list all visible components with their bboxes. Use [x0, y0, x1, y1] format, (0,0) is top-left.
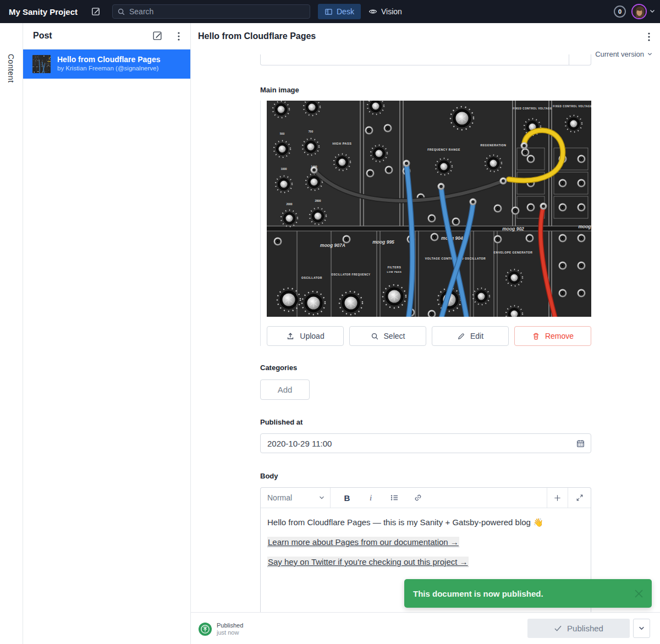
- publish-toast: This document is now published.: [404, 579, 652, 608]
- sanity-studio: HIGH PASS FREQUENCY RANGE REGENERATION F…: [0, 0, 660, 644]
- publish-status-icon: [199, 623, 212, 636]
- publish-status-title: Published: [217, 622, 243, 629]
- block-style-value: Normal: [267, 493, 292, 502]
- body-paragraph[interactable]: Hello from Cloudflare Pages — this is my…: [267, 516, 584, 528]
- image-actions: Upload Select Edit Remove: [267, 326, 591, 346]
- categories-label: Categories: [260, 364, 297, 372]
- bullet-list-button[interactable]: [389, 493, 399, 502]
- clipped-field-input[interactable]: [260, 54, 591, 65]
- format-buttons: B i: [331, 488, 423, 508]
- insert-block-button[interactable]: [547, 488, 568, 508]
- chevron-down-icon: [647, 52, 652, 56]
- published-at-input[interactable]: 2020-10-29 11:00: [260, 433, 591, 453]
- pane-menu-button[interactable]: [173, 30, 185, 42]
- upload-button[interactable]: Upload: [267, 326, 344, 346]
- close-icon[interactable]: [635, 590, 643, 598]
- body-link[interactable]: Learn more about Pages from our document…: [267, 537, 459, 547]
- avatar[interactable]: [631, 4, 647, 19]
- compose-icon: [91, 7, 101, 16]
- remove-label: Remove: [545, 332, 574, 340]
- project-title: My Sanity Project: [9, 0, 78, 23]
- toolbar-spacer: [423, 488, 547, 508]
- main-image-preview[interactable]: [267, 101, 591, 317]
- calendar-icon[interactable]: [576, 439, 585, 448]
- desk-icon: [324, 8, 333, 16]
- avatar-caret-icon[interactable]: [650, 9, 655, 13]
- editor-content[interactable]: Hello from Cloudflare Pages — this is my…: [261, 508, 591, 584]
- search-icon: [371, 332, 379, 340]
- create-post-button[interactable]: [152, 30, 164, 42]
- tab-vision[interactable]: Vision: [362, 4, 409, 19]
- presence-badge[interactable]: 0: [614, 5, 626, 18]
- new-document-button[interactable]: [90, 5, 102, 18]
- link-button[interactable]: [413, 493, 423, 502]
- pane-title: Post: [33, 31, 52, 41]
- remove-button[interactable]: Remove: [514, 326, 591, 346]
- block-style-select[interactable]: Normal: [261, 488, 331, 508]
- content-rail-label[interactable]: Content: [7, 54, 15, 83]
- eye-icon: [369, 7, 377, 16]
- pane-header: Post: [23, 23, 190, 49]
- post-thumbnail: [32, 55, 51, 73]
- list-item-post[interactable]: Hello from Cloudflare Pages by Kristian …: [23, 49, 190, 79]
- published-at-value: 2020-10-29 11:00: [267, 439, 576, 448]
- fullscreen-button[interactable]: [568, 488, 591, 508]
- edit-label: Edit: [470, 332, 483, 340]
- body-link[interactable]: Say hey on Twitter if you're checking ou…: [267, 557, 469, 567]
- published-at-label: Published at: [260, 418, 302, 426]
- pencil-icon: [457, 332, 465, 340]
- post-item-subtitle: by Kristian Freeman (@signalnerve): [57, 65, 158, 71]
- bold-button[interactable]: B: [342, 493, 352, 503]
- add-category-button[interactable]: Add: [260, 379, 310, 400]
- document-footer: Published just now Published: [191, 612, 660, 644]
- field-indent-line: [260, 101, 261, 346]
- main-image-label: Main image: [260, 86, 299, 94]
- version-label: Current version: [595, 50, 644, 58]
- post-list-pane: Post Hello from Cloudflare Pages by Kris…: [23, 23, 191, 644]
- chevron-down-icon: [319, 496, 324, 500]
- publish-button-label: Published: [567, 624, 603, 633]
- trash-icon: [532, 332, 540, 340]
- upload-label: Upload: [300, 332, 324, 340]
- edit-button[interactable]: Edit: [432, 326, 509, 346]
- toast-message: This document is now published.: [413, 589, 635, 598]
- publish-menu-button[interactable]: [633, 619, 650, 638]
- top-navbar: My Sanity Project Desk Vision 0: [0, 0, 660, 23]
- content-rail: Content: [0, 23, 23, 644]
- post-item-title: Hello from Cloudflare Pages: [57, 55, 160, 64]
- publish-button[interactable]: Published: [527, 619, 630, 638]
- upload-icon: [286, 332, 295, 340]
- search-input[interactable]: [129, 7, 294, 16]
- select-button[interactable]: Select: [349, 326, 426, 346]
- document-title: Hello from Cloudflare Pages: [198, 31, 316, 41]
- check-icon: [554, 625, 562, 632]
- version-selector[interactable]: Current version: [595, 50, 652, 58]
- search-icon: [117, 8, 125, 16]
- desk-tab-label: Desk: [337, 7, 354, 16]
- body-label: Body: [260, 472, 278, 480]
- tab-desk[interactable]: Desk: [318, 4, 361, 19]
- clipped-field-button[interactable]: [569, 54, 591, 65]
- editor-toolbar: Normal B i: [261, 488, 591, 508]
- italic-button[interactable]: i: [366, 493, 376, 503]
- select-label: Select: [384, 332, 405, 340]
- search-bar[interactable]: [112, 4, 310, 19]
- publish-status-time: just now: [217, 629, 239, 636]
- document-menu-button[interactable]: [644, 31, 654, 43]
- vision-tab-label: Vision: [381, 7, 402, 16]
